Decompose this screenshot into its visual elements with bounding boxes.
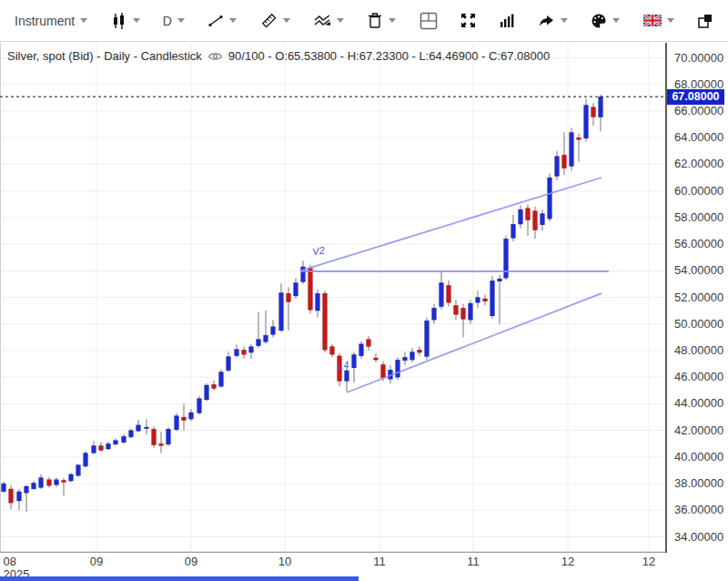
- candle-up: [469, 303, 473, 320]
- price-tick-label: 64.00000: [674, 130, 723, 144]
- candle-down: [367, 340, 371, 347]
- chevron-down-icon: [389, 18, 396, 23]
- candle-down: [212, 384, 217, 388]
- instrument-selector[interactable]: Instrument: [15, 14, 87, 28]
- visibility-eye-icon[interactable]: [207, 51, 223, 62]
- language-selector[interactable]: [643, 15, 674, 26]
- current-price-badge: 67.08000: [667, 89, 724, 105]
- candle-down: [461, 308, 466, 319]
- time-tick-label: 09: [185, 556, 197, 568]
- timeframe-label: D: [163, 14, 172, 28]
- grid-layout-button[interactable]: [420, 12, 438, 30]
- candle-down: [99, 445, 104, 450]
- time-tick-label: 11: [373, 556, 386, 568]
- chart-type-button[interactable]: [111, 13, 140, 29]
- share-icon: [538, 14, 555, 28]
- candle-up: [175, 416, 179, 430]
- candle-up: [235, 349, 239, 355]
- candle-up: [345, 371, 349, 382]
- candle-up: [279, 292, 284, 331]
- price-axis[interactable]: 70.0000068.0000066.0000064.0000062.00000…: [665, 43, 728, 553]
- measure-tool-icon: [260, 12, 278, 29]
- instrument-selector-label: Instrument: [15, 14, 75, 28]
- grid-layout-icon: [420, 12, 438, 30]
- price-tick-label: 46.00000: [674, 370, 723, 383]
- candle-up: [114, 441, 118, 444]
- candle-down: [381, 364, 386, 378]
- language-flag-uk-icon: [643, 15, 662, 26]
- candle-down: [287, 293, 291, 301]
- candle-up: [257, 340, 261, 346]
- price-tick-label: 62.00000: [674, 157, 723, 170]
- pattern-tool-button[interactable]: [313, 13, 344, 29]
- price-tick-label: 34.00000: [674, 530, 723, 544]
- candle-down: [562, 155, 567, 168]
- fullscreen-button[interactable]: [460, 13, 476, 28]
- palette-button[interactable]: [591, 13, 620, 29]
- candle-up: [227, 357, 231, 371]
- timeframe-button[interactable]: D: [163, 14, 185, 28]
- candle-down: [533, 211, 538, 230]
- candle-down: [374, 358, 379, 360]
- trading-app: { "toolbar": { "instrument_label": "Inst…: [0, 0, 728, 581]
- time-tick-label: 10: [278, 556, 291, 568]
- candle-up: [205, 385, 209, 400]
- delete-drawings-button[interactable]: [367, 12, 396, 29]
- trendline-tool-icon: [207, 13, 224, 29]
- candle-down: [483, 299, 488, 301]
- price-tick-label: 52.00000: [674, 290, 723, 304]
- price-tick-label: 54.00000: [674, 263, 723, 277]
- trendline-tool-button[interactable]: [207, 13, 237, 29]
- time-tick-label: 11: [467, 556, 480, 568]
- compare-windows-button[interactable]: [697, 13, 713, 29]
- candle-down: [577, 138, 581, 139]
- candle-up: [316, 293, 320, 311]
- candle-down: [62, 480, 66, 482]
- candle-up: [519, 209, 523, 224]
- candle-up: [136, 425, 141, 432]
- chevron-down-icon: [80, 18, 87, 23]
- candle-up: [55, 480, 59, 485]
- price-tick-label: 48.00000: [674, 343, 723, 357]
- candle-up: [440, 282, 444, 306]
- chevron-down-icon: [283, 18, 290, 23]
- candle-up: [432, 308, 437, 320]
- price-tick-label: 44.00000: [674, 396, 723, 410]
- candle-up: [294, 282, 298, 296]
- candle-up: [410, 352, 415, 360]
- share-button[interactable]: [538, 14, 568, 28]
- candle-up: [264, 335, 268, 341]
- price-tick-label: 38.00000: [674, 476, 723, 490]
- price-tick-label: 66.00000: [674, 104, 723, 117]
- chart-type-candlestick-icon: [111, 13, 127, 29]
- volume-button[interactable]: [500, 13, 515, 28]
- candlestick-chart[interactable]: V2L4: [0, 43, 665, 553]
- candle-up: [570, 132, 574, 166]
- candle-up: [129, 431, 134, 437]
- candle-up: [599, 97, 603, 117]
- candle-up: [219, 372, 224, 386]
- chart-ohlc-info: 90/100 - O:65.53800 - H:67.23300 - L:64.…: [228, 49, 550, 63]
- price-tick-label: 42.00000: [674, 423, 723, 437]
- time-tick-label: 12: [561, 556, 574, 568]
- time-tick-label: 09: [90, 556, 103, 568]
- candle-down: [152, 429, 157, 445]
- measure-tool-button[interactable]: [260, 12, 290, 29]
- time-tick-label: 12: [642, 556, 655, 568]
- candle-down: [47, 480, 52, 486]
- candle-down: [323, 293, 328, 350]
- candle-up: [271, 327, 276, 335]
- price-tick-label: 40.00000: [674, 450, 723, 464]
- candle-up: [84, 453, 88, 466]
- candle-up: [584, 105, 589, 138]
- candle-up: [122, 436, 126, 443]
- candle-down: [592, 107, 596, 117]
- pattern-tool-icon: [313, 13, 331, 29]
- candle-up: [167, 429, 171, 444]
- candle-down: [308, 268, 313, 310]
- candle-down: [159, 443, 164, 445]
- candle-up: [17, 492, 22, 501]
- price-tick-label: 36.00000: [674, 503, 723, 516]
- candle-up: [352, 354, 357, 368]
- candle-up: [511, 224, 516, 238]
